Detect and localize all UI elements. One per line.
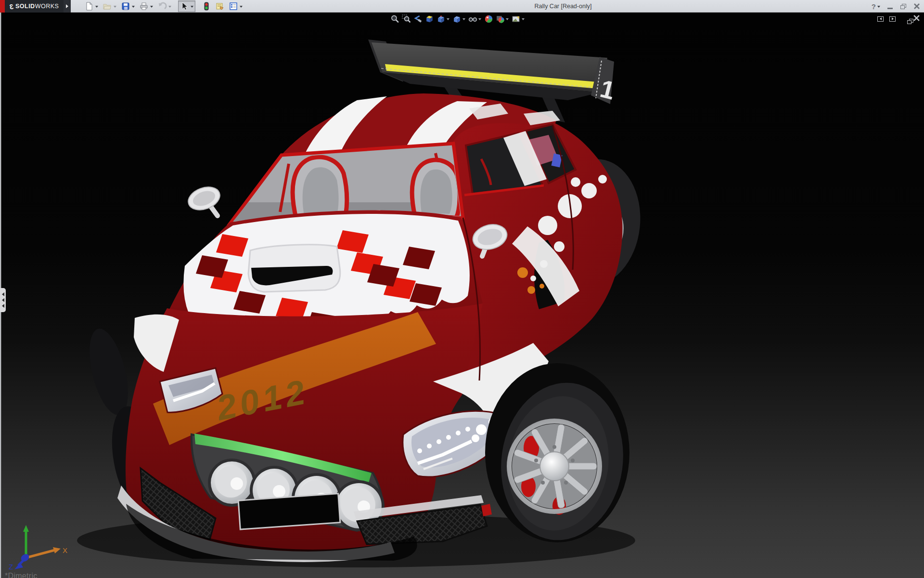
chevron-down-icon[interactable] — [168, 6, 171, 9]
magnifier-icon — [390, 14, 399, 24]
new-document-icon — [84, 1, 94, 11]
boxed-right-arrow-icon — [892, 17, 895, 20]
headsup-view-toolbar — [390, 13, 526, 24]
traffic-light-icon — [202, 1, 211, 11]
section-view-button[interactable] — [424, 14, 435, 24]
chevron-down-icon[interactable] — [240, 6, 243, 9]
pane-previous-button[interactable] — [877, 16, 884, 22]
left-mirror — [185, 183, 223, 216]
undo-arrow-icon — [157, 1, 167, 11]
document-window-controls — [877, 14, 920, 24]
printer-icon — [139, 1, 149, 11]
magnifier-area-icon — [402, 14, 411, 24]
ds-logo-mark: 3 — [10, 2, 13, 11]
restore-icon — [900, 4, 906, 9]
glasses-icon — [468, 14, 477, 24]
chevron-left-icon — [0, 304, 4, 308]
doc-close-button[interactable] — [913, 14, 920, 24]
new-button[interactable] — [83, 0, 100, 12]
options-checklist-icon — [229, 1, 238, 11]
chevron-left-icon — [0, 292, 4, 296]
minimize-icon — [887, 8, 893, 9]
minimize-button[interactable] — [886, 2, 894, 11]
scene-sphere-icon — [496, 14, 505, 24]
chevron-down-icon[interactable] — [191, 6, 193, 9]
rebuild-button[interactable] — [200, 0, 213, 12]
print-button[interactable] — [138, 0, 155, 12]
view-settings-button[interactable] — [511, 14, 526, 24]
boxed-left-arrow-icon — [878, 17, 882, 20]
license-plate — [238, 494, 340, 529]
chevron-down-icon[interactable] — [114, 6, 116, 9]
edit-appearance-button[interactable] — [484, 14, 494, 24]
pane-next-button[interactable] — [889, 16, 896, 22]
save-floppy-icon — [121, 1, 130, 11]
undo-button[interactable] — [156, 0, 173, 12]
chevron-left-icon — [0, 298, 4, 302]
triad-x-label: X — [63, 546, 67, 554]
zoom-to-area-button[interactable] — [401, 14, 411, 24]
note-edit-icon — [215, 1, 225, 11]
help-icon: ? — [872, 2, 876, 11]
chevron-down-icon[interactable] — [447, 18, 449, 22]
file-properties-button[interactable] — [214, 0, 226, 12]
triad-z-label: Z — [9, 563, 13, 571]
window-controls: ? — [872, 0, 921, 13]
options-button[interactable] — [227, 0, 244, 12]
save-button[interactable] — [119, 0, 137, 12]
shaded-cube-icon — [452, 14, 462, 24]
section-cube-icon — [425, 14, 434, 24]
window-title: Rally Car [Read-only] — [500, 0, 626, 13]
chevron-down-icon[interactable] — [506, 18, 509, 22]
back-arrow-icon — [413, 14, 423, 24]
expand-feature-panel-button[interactable] — [0, 288, 6, 312]
chevron-down-icon[interactable] — [150, 6, 153, 9]
help-button[interactable]: ? — [872, 2, 881, 11]
view-orientation-button[interactable] — [436, 14, 450, 24]
graphics-viewport[interactable]: 1 — [0, 13, 924, 578]
display-style-button[interactable] — [452, 14, 466, 24]
brand-accent-strip — [0, 0, 5, 13]
apply-scene-button[interactable] — [495, 14, 510, 24]
chevron-right-icon — [66, 4, 70, 8]
chevron-down-icon[interactable] — [877, 6, 880, 9]
title-bar: 3SOLIDWORKS — [0, 0, 924, 13]
restore-button[interactable] — [899, 2, 908, 11]
close-button[interactable] — [912, 2, 921, 11]
chevron-down-icon[interactable] — [132, 6, 135, 9]
open-folder-icon — [103, 1, 112, 11]
model-viewport-render: 1 — [0, 13, 924, 578]
zoom-to-fit-button[interactable] — [390, 14, 400, 24]
view-settings-icon — [512, 14, 521, 24]
appearance-sphere-icon — [484, 14, 493, 24]
open-button[interactable] — [101, 0, 118, 12]
hide-show-items-button[interactable] — [468, 14, 482, 24]
chevron-down-icon[interactable] — [462, 18, 465, 22]
car-3d-model: 1 — [77, 39, 646, 567]
logo-text-light: WORKS — [35, 3, 59, 10]
select-cursor-icon — [180, 1, 189, 11]
select-button[interactable] — [178, 0, 195, 12]
main-toolbar — [83, 0, 244, 13]
view-orientation-label: *Dimetric — [5, 572, 38, 578]
previous-view-button[interactable] — [413, 14, 423, 24]
chevron-down-icon[interactable] — [95, 6, 98, 9]
close-icon — [913, 14, 920, 22]
chevron-down-icon[interactable] — [522, 18, 525, 22]
chevron-down-icon[interactable] — [478, 18, 481, 22]
hood-scoop — [248, 245, 340, 292]
toolbar-flyout-button[interactable] — [64, 0, 71, 13]
logo-text-bold: SOLID — [15, 3, 35, 10]
close-icon — [913, 3, 920, 10]
solidworks-logo: 3SOLIDWORKS — [5, 0, 64, 13]
reference-triad: X Z — [7, 523, 69, 571]
orientation-cube-icon — [436, 14, 446, 24]
